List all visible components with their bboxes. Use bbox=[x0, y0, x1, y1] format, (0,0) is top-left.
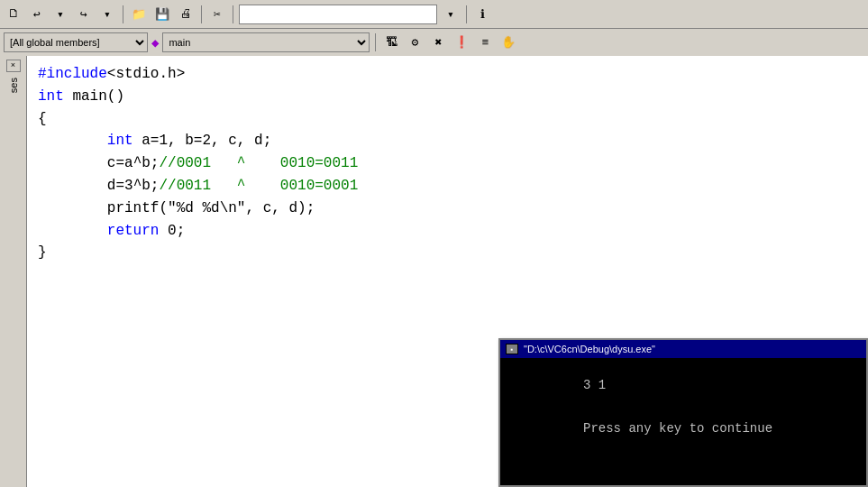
console-app-icon: ▪ bbox=[506, 344, 518, 354]
function-dropdown[interactable]: main bbox=[162, 32, 370, 52]
console-output-line2: Press any key to continue bbox=[583, 421, 772, 436]
dropdown-arrow[interactable]: ▾ bbox=[441, 5, 461, 24]
open-file-button[interactable]: 📁 bbox=[129, 5, 149, 24]
separator-3 bbox=[233, 5, 233, 23]
toolbar-row2: [All global members] ◆ main 🏗 ⚙ ✖ ❗ ≡ ✋ bbox=[0, 29, 868, 56]
console-output-line1: 3 1 bbox=[583, 378, 606, 392]
console-title: "D:\c\VC6cn\Debug\dysu.exe" bbox=[524, 344, 655, 354]
hand-button[interactable]: ✋ bbox=[498, 32, 518, 52]
new-file-button[interactable]: 🗋 bbox=[4, 5, 23, 24]
redo-button[interactable]: ↪ bbox=[74, 5, 94, 24]
info-button[interactable]: ℹ bbox=[472, 5, 492, 24]
code-line-9: } bbox=[38, 242, 857, 264]
save-button[interactable]: 💾 bbox=[152, 5, 172, 24]
separator-2 bbox=[201, 5, 202, 23]
left-panel-label: ses bbox=[8, 78, 19, 93]
cut-button[interactable]: ✂ bbox=[207, 5, 227, 24]
editor-area[interactable]: #include<stdio.h> int main() { int a=1, … bbox=[27, 56, 868, 487]
stop-build-button[interactable]: ✖ bbox=[428, 32, 448, 52]
address-input[interactable] bbox=[239, 5, 437, 24]
step-button[interactable]: ≡ bbox=[475, 32, 495, 52]
diamond-icon: ◆ bbox=[151, 35, 159, 51]
breakpoint-button[interactable]: ❗ bbox=[452, 32, 471, 52]
code-line-2: int main() bbox=[38, 86, 857, 108]
console-body: 3 1 Press any key to continue bbox=[500, 358, 866, 485]
code-line-3: { bbox=[38, 108, 857, 131]
close-panel-button[interactable]: × bbox=[6, 60, 21, 72]
code-line-7: printf("%d %d\n", c, d); bbox=[38, 198, 857, 220]
separator-1 bbox=[123, 5, 123, 23]
print-button[interactable]: 🖨 bbox=[176, 5, 196, 24]
main-area: × ses #include<stdio.h> int main() { int… bbox=[0, 56, 868, 487]
code-line-8: return 0; bbox=[38, 220, 857, 243]
app-window: 🗋 ↩ ▾ ↪ ▾ 📁 💾 🖨 ✂ ▾ ℹ [All global member… bbox=[0, 0, 868, 487]
code-line-1: #include<stdio.h> bbox=[38, 63, 857, 86]
toolbar-row1: 🗋 ↩ ▾ ↪ ▾ 📁 💾 🖨 ✂ ▾ ℹ bbox=[0, 0, 868, 29]
redo-dropdown[interactable]: ▾ bbox=[97, 5, 117, 24]
separator-4 bbox=[466, 5, 467, 23]
left-panel: × ses bbox=[0, 56, 27, 487]
build-all-button[interactable]: ⚙ bbox=[405, 32, 425, 52]
undo-button[interactable]: ↩ bbox=[27, 5, 47, 24]
console-titlebar: ▪ "D:\c\VC6cn\Debug\dysu.exe" bbox=[500, 340, 866, 358]
separator-5 bbox=[375, 33, 376, 51]
code-line-5: c=a^b;//0001 ^ 0010=0011 bbox=[38, 152, 857, 175]
console-window[interactable]: ▪ "D:\c\VC6cn\Debug\dysu.exe" 3 1 Press … bbox=[498, 338, 868, 487]
members-dropdown[interactable]: [All global members] bbox=[4, 32, 148, 52]
build-button[interactable]: 🏗 bbox=[381, 32, 401, 52]
code-line-6: d=3^b;//0011 ^ 0010=0001 bbox=[38, 175, 857, 198]
code-line-4: int a=1, b=2, c, d; bbox=[38, 130, 857, 152]
undo-dropdown[interactable]: ▾ bbox=[50, 5, 70, 24]
